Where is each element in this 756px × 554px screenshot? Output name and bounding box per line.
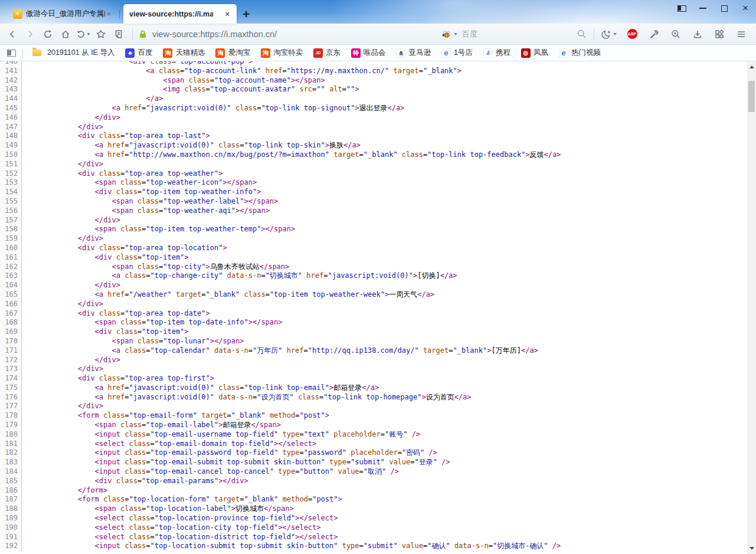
line-number: 147 [0, 123, 22, 132]
note-button[interactable] [110, 25, 127, 43]
maximize-button[interactable] [719, 4, 729, 12]
address-bar[interactable]: view-source:https://i.maxthon.cn/ [138, 29, 277, 40]
source-line-152: 152 <div class="top-area top-weather"> [0, 169, 756, 179]
yhd-favicon-icon: e [441, 48, 451, 58]
line-code: <span class="top-weather-label"></span> [22, 197, 278, 206]
line-code: <a class="top-calendar" data-s-n="万年历" h… [22, 346, 538, 356]
bookmark-item-ifeng[interactable]: ◎凤凰 [521, 48, 548, 58]
main-menu-button[interactable] [732, 25, 750, 43]
source-line-146: 146 </div> [0, 113, 756, 123]
new-tab-button[interactable]: + [237, 8, 256, 24]
line-code: </form> [22, 486, 107, 496]
scroll-down-arrow-icon[interactable] [750, 547, 754, 550]
minimize-button[interactable] [698, 4, 708, 12]
line-code: <input class="top-location-submit top-su… [22, 542, 561, 551]
line-code: </div> [22, 356, 120, 365]
line-code: <span class="top-account-name"></span> [22, 76, 325, 86]
line-code: </div> [22, 113, 120, 123]
line-number: 159 [0, 234, 22, 244]
moon-icon [601, 29, 612, 40]
tab-close-icon[interactable]: × [224, 10, 231, 18]
search-icon[interactable] [577, 29, 587, 39]
source-code: 140 <div class="top-account-pop">141 <a … [0, 61, 756, 551]
resource-sniffer-button[interactable] [667, 25, 685, 43]
scrollbar-thumb[interactable] [748, 81, 755, 112]
scroll-up-arrow-icon[interactable] [750, 65, 754, 68]
bookmark-item-yhd[interactable]: e1号店 [441, 48, 473, 58]
vertical-scrollbar[interactable] [747, 61, 756, 554]
source-line-154: 154 <div class="top-item top-weather-inf… [0, 188, 756, 197]
developer-tools-button[interactable] [645, 25, 663, 43]
bookmark-item-amazon[interactable]: a亚马逊 [396, 48, 431, 58]
line-number: 173 [0, 365, 22, 374]
line-number: 144 [0, 94, 22, 104]
back-button[interactable] [4, 25, 21, 43]
bookmark-item-hotvideo[interactable]: e热门视频 [559, 48, 601, 58]
source-line-157: 157 </div> [0, 216, 756, 225]
bookmark-item-baidu[interactable]: ♣百度 [125, 48, 152, 58]
bookmark-item-aitaobao[interactable]: 淘爱淘宝 [215, 48, 250, 58]
search-box[interactable]: 百度 [438, 29, 589, 40]
adblock-button[interactable]: ABP [623, 25, 641, 43]
url-text[interactable]: view-source:https://i.maxthon.cn/ [152, 29, 277, 39]
line-number: 175 [0, 383, 22, 393]
line-number: 187 [0, 495, 22, 504]
line-code: <a class="top-change-city" data-s-n="切换城… [22, 271, 457, 281]
source-line-150: 150 <a href="http://www.maxthon.cn/mx/bu… [0, 150, 756, 160]
back-icon [7, 29, 18, 40]
undo-button[interactable] [74, 25, 92, 43]
bookmark-item-tmall[interactable]: 淘天猫精选 [163, 48, 205, 58]
bookmark-label: 亚马逊 [408, 48, 431, 58]
bookmark-item-jd[interactable]: JD京东 [313, 48, 341, 58]
line-code: <div class="top-item"> [22, 253, 189, 263]
panel-icon [678, 5, 686, 12]
bookmark-folder-ie-import[interactable]: 20191101 从 IE 导入 [32, 48, 114, 58]
bookmark-label: 百度 [138, 48, 152, 58]
ifeng-favicon-icon: ◎ [521, 48, 531, 58]
reload-button[interactable] [39, 25, 57, 43]
sidebar-toggle-icon[interactable] [7, 50, 16, 57]
source-line-170: 170 <span class="top-lunar"></span> [0, 337, 756, 346]
downloads-button[interactable] [689, 25, 706, 43]
bookmark-item-ctrip[interactable]: ∂携程 [483, 48, 510, 58]
toolbar-extensions: ABP [599, 25, 750, 43]
line-number: 176 [0, 393, 22, 402]
bookmarks-items: ♣百度淘天猫精选淘爱淘宝淘淘宝特卖JD京东特唯品会a亚马逊e1号店∂携程◎凤凰e… [120, 48, 606, 58]
search-input[interactable]: 百度 [462, 29, 577, 40]
tab-maxthon-today[interactable]: ☀ 傲游今日_傲游用户专属的网 × [7, 4, 118, 24]
minimize-icon [699, 8, 706, 9]
source-line-181: 181 <select class="top-email-domain top-… [0, 440, 756, 449]
baidu-favicon-icon: ♣ [125, 48, 135, 58]
line-number: 181 [0, 440, 22, 449]
bookmark-item-taobao[interactable]: 淘淘宝特卖 [261, 48, 303, 58]
source-line-177: 177 </div> [0, 402, 756, 411]
ui-layout-button[interactable] [677, 4, 686, 12]
line-number: 141 [0, 67, 22, 76]
tab-view-source[interactable]: view-source:https://i.maxth × [123, 4, 237, 24]
bookmark-item-vip[interactable]: 特唯品会 [351, 48, 386, 58]
line-code: <span class="top-item top-weather-temp">… [22, 225, 295, 234]
search-engine-dropdown-caret[interactable] [454, 33, 457, 35]
line-number: 151 [0, 160, 22, 169]
bookmark-label: 唯品会 [364, 48, 386, 58]
night-mode-dropdown-caret[interactable] [613, 33, 617, 35]
close-button[interactable]: × [741, 4, 750, 12]
line-code: </div> [22, 234, 103, 244]
line-code: <div class="top-area top-date"> [22, 309, 210, 319]
toolbar-divider [594, 29, 594, 40]
bookmark-label: 爱淘宝 [228, 48, 250, 58]
source-line-190: 190 <select class="top-location-city top… [0, 523, 756, 533]
source-line-173: 173 </div> [0, 365, 756, 374]
line-number: 158 [0, 225, 22, 234]
tab-close-icon[interactable]: × [105, 10, 112, 18]
forward-button[interactable] [21, 25, 39, 43]
line-code: <div class="top-area top-first"> [22, 374, 214, 383]
line-number: 180 [0, 430, 22, 440]
source-line-187: 187 <form class="top-location-form" targ… [0, 495, 756, 504]
home-button[interactable] [57, 25, 74, 43]
undo-dropdown-caret[interactable] [87, 33, 90, 35]
night-mode-button[interactable] [599, 25, 619, 43]
favorites-button[interactable] [92, 25, 110, 43]
quick-apps-button[interactable] [711, 25, 728, 43]
bee-search-engine-icon[interactable] [441, 29, 453, 40]
